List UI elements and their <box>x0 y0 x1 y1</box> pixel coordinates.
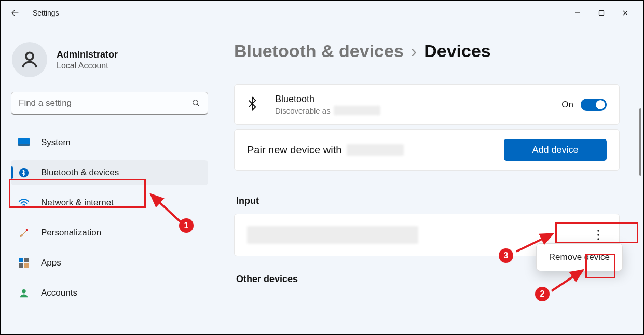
sidebar-item-apps[interactable]: Apps <box>11 250 208 275</box>
svg-point-2 <box>26 52 33 60</box>
search-wrap <box>11 92 208 115</box>
breadcrumb: Bluetooth & devices › Devices <box>234 41 620 61</box>
nav-list: System Bluetooth & devices Network & int… <box>11 130 208 305</box>
bluetooth-toggle[interactable] <box>581 99 607 111</box>
sidebar-item-label: Accounts <box>41 288 77 298</box>
annotation-badge-2: 2 <box>535 287 550 301</box>
redacted-device-name <box>334 106 380 115</box>
bluetooth-toggle-card: Bluetooth Discoverable as On <box>234 84 620 125</box>
bluetooth-subtext: Discoverable as <box>275 106 380 115</box>
svg-rect-11 <box>24 258 29 262</box>
user-name: Administrator <box>57 49 118 60</box>
device-context-menu: Remove device <box>536 243 623 271</box>
content-area: Bluetooth & devices › Devices Bluetooth … <box>218 25 643 334</box>
user-account-type: Local Account <box>57 61 118 71</box>
bluetooth-icon <box>18 167 30 178</box>
sidebar: Administrator Local Account System Bluet… <box>1 25 218 334</box>
svg-rect-12 <box>19 263 23 268</box>
sidebar-item-system[interactable]: System <box>11 130 208 155</box>
bluetooth-state-label: On <box>561 100 573 110</box>
redacted-input-device <box>247 226 418 244</box>
bluetooth-label: Bluetooth <box>275 94 380 105</box>
sidebar-item-network[interactable]: Network & internet <box>11 190 208 215</box>
breadcrumb-current: Devices <box>424 41 491 61</box>
person-icon <box>18 287 30 299</box>
bluetooth-icon <box>247 96 259 113</box>
user-profile[interactable]: Administrator Local Account <box>11 42 208 77</box>
svg-rect-1 <box>599 11 604 16</box>
sidebar-item-accounts[interactable]: Accounts <box>11 281 208 305</box>
sidebar-item-personalization[interactable]: Personalization <box>11 220 208 245</box>
svg-point-3 <box>193 100 198 105</box>
chevron-right-icon: › <box>411 41 417 61</box>
apps-icon <box>18 257 30 269</box>
wifi-icon <box>18 197 30 208</box>
svg-point-17 <box>597 238 599 240</box>
close-button[interactable] <box>613 5 637 21</box>
pair-device-card: Pair new device with Add device <box>234 129 620 171</box>
svg-point-16 <box>597 234 599 235</box>
sidebar-item-label: Bluetooth & devices <box>41 168 119 178</box>
svg-point-9 <box>26 229 28 231</box>
add-device-button[interactable]: Add device <box>504 139 607 161</box>
svg-point-8 <box>23 206 25 207</box>
window-controls <box>566 5 637 21</box>
svg-rect-13 <box>24 263 29 268</box>
more-vertical-icon <box>597 229 600 241</box>
redacted-pair-name <box>347 144 404 156</box>
sidebar-item-label: Personalization <box>41 228 101 238</box>
section-title-other: Other devices <box>236 274 620 285</box>
titlebar: Settings <box>1 1 643 25</box>
scrollbar-thumb[interactable] <box>639 108 641 176</box>
sidebar-item-label: Apps <box>41 258 61 268</box>
avatar <box>12 42 47 77</box>
svg-point-14 <box>22 289 26 294</box>
pair-text: Pair new device with <box>247 144 341 156</box>
svg-line-4 <box>197 104 199 106</box>
brush-icon <box>18 227 30 239</box>
minimize-button[interactable] <box>566 5 590 21</box>
svg-rect-6 <box>18 144 30 146</box>
maximize-button[interactable] <box>590 5 613 21</box>
search-icon <box>191 99 201 108</box>
back-button[interactable] <box>7 5 23 21</box>
sidebar-item-bluetooth[interactable]: Bluetooth & devices <box>11 160 208 185</box>
breadcrumb-parent[interactable]: Bluetooth & devices <box>234 41 404 61</box>
sidebar-item-label: Network & internet <box>41 198 114 208</box>
sidebar-item-label: System <box>41 137 71 148</box>
section-title-input: Input <box>236 196 620 206</box>
remove-device-menuitem[interactable]: Remove device <box>540 247 619 268</box>
svg-rect-10 <box>19 258 23 262</box>
annotation-badge-3: 3 <box>499 248 513 263</box>
search-input[interactable] <box>11 92 208 115</box>
svg-point-15 <box>597 230 599 231</box>
system-icon <box>18 137 30 148</box>
window-title: Settings <box>33 9 59 17</box>
annotation-badge-1: 1 <box>179 218 194 233</box>
more-options-button[interactable] <box>588 225 609 245</box>
